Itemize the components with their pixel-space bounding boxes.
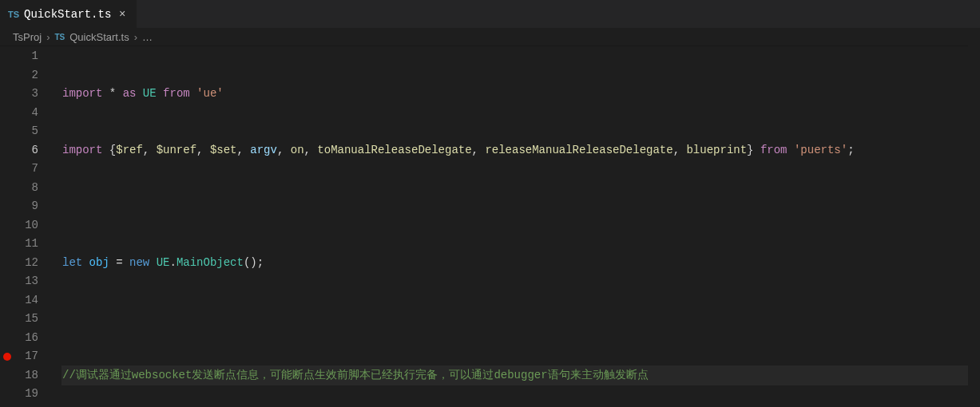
code-line[interactable]: //调试器通过websocket发送断点信息，可能断点生效前脚本已经执行完备，可… bbox=[62, 366, 980, 385]
line-number: 9 bbox=[0, 197, 56, 216]
line-number: 19 bbox=[0, 385, 56, 404]
code-line[interactable] bbox=[62, 197, 980, 216]
code-line[interactable]: import {$ref, $unref, $set, argv, on, to… bbox=[62, 141, 980, 160]
line-number: 7 bbox=[0, 160, 56, 179]
line-number: 12 bbox=[0, 254, 56, 273]
line-number: 14 bbox=[0, 291, 56, 310]
tab-quickstart[interactable]: TS QuickStart.ts × bbox=[0, 0, 137, 28]
code-area[interactable]: import * as UE from 'ue' import {$ref, $… bbox=[56, 47, 980, 407]
line-number: 1 bbox=[0, 47, 56, 66]
breadcrumb-file[interactable]: QuickStart.ts bbox=[69, 31, 129, 43]
line-number: 4 bbox=[0, 104, 56, 123]
line-number: 2 bbox=[0, 66, 56, 85]
chevron-right-icon: › bbox=[46, 31, 50, 43]
line-number: 10 bbox=[0, 216, 56, 235]
tab-bar: TS QuickStart.ts × bbox=[0, 0, 980, 28]
line-number: 3 bbox=[0, 85, 56, 104]
line-gutter[interactable]: 1 2 3 4 5 6 7 8 9 10 11 12 13 14 15 16 1… bbox=[0, 47, 56, 407]
code-line[interactable]: let obj = new UE.MainObject(); bbox=[62, 254, 980, 273]
line-number: 13 bbox=[0, 272, 56, 291]
line-number: 16 bbox=[0, 329, 56, 348]
line-number: 15 bbox=[0, 310, 56, 329]
line-number: 17 bbox=[0, 347, 56, 366]
line-number: 18 bbox=[0, 366, 56, 385]
close-icon[interactable]: × bbox=[116, 8, 129, 21]
line-number: 8 bbox=[0, 179, 56, 198]
line-number: 5 bbox=[0, 122, 56, 141]
chevron-right-icon: › bbox=[134, 31, 137, 43]
code-editor[interactable]: 1 2 3 4 5 6 7 8 9 10 11 12 13 14 15 16 1… bbox=[0, 45, 980, 407]
line-number: 11 bbox=[0, 235, 56, 254]
minimap[interactable] bbox=[968, 45, 980, 407]
breadcrumb-more[interactable]: … bbox=[142, 31, 153, 43]
breakpoint-icon[interactable] bbox=[3, 353, 11, 361]
tab-filename: QuickStart.ts bbox=[24, 8, 111, 21]
code-line[interactable] bbox=[62, 310, 980, 329]
typescript-icon: TS bbox=[54, 33, 65, 41]
breadcrumb[interactable]: TsProj › TS QuickStart.ts › … bbox=[0, 28, 980, 45]
code-line[interactable]: import * as UE from 'ue' bbox=[62, 85, 980, 104]
line-number: 6 bbox=[0, 141, 56, 160]
typescript-icon: TS bbox=[8, 10, 19, 19]
breadcrumb-project[interactable]: TsProj bbox=[13, 31, 42, 43]
